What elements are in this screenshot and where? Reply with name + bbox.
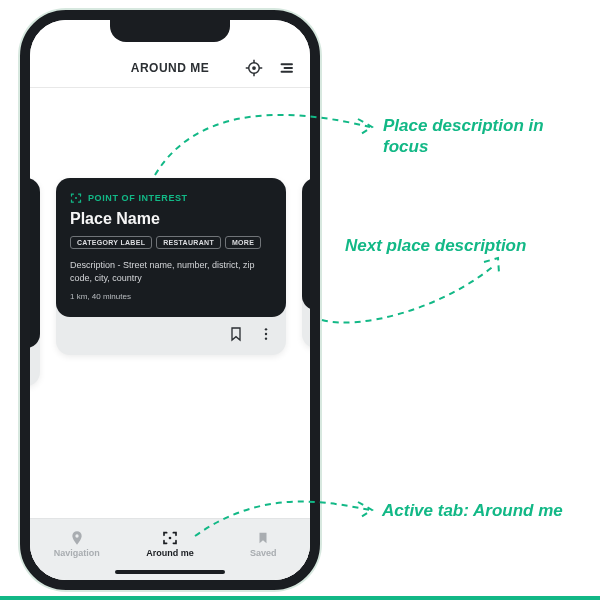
- tab-around-me[interactable]: Around me: [123, 519, 216, 568]
- tab-label: Around me: [146, 548, 194, 558]
- card-carousel[interactable]: POINT OF INTEREST Place Name CATEGORY LA…: [30, 88, 310, 518]
- svg-point-14: [169, 536, 172, 539]
- bookmark-icon: [256, 530, 270, 546]
- header: AROUND ME: [30, 48, 310, 88]
- place-card-next[interactable]: Pl De dis 1 k: [302, 178, 310, 348]
- annotation-active-tab: Active tab: Around me: [382, 500, 563, 521]
- chip[interactable]: CATEGORY LABEL: [70, 236, 152, 249]
- tab-label: Saved: [250, 548, 277, 558]
- svg-point-10: [265, 328, 267, 330]
- menu-button[interactable]: [276, 58, 296, 78]
- more-button[interactable]: [258, 326, 274, 346]
- annotation-next: Next place description: [345, 235, 526, 256]
- screen: AROUND ME: [30, 20, 310, 580]
- place-card-prev[interactable]: [30, 178, 40, 386]
- tab-saved[interactable]: Saved: [217, 519, 310, 568]
- bookmark-button[interactable]: [228, 326, 244, 346]
- place-distance: 1 km, 40 minutes: [70, 292, 272, 301]
- crosshair-icon: [245, 59, 263, 77]
- notch: [110, 20, 230, 42]
- locate-button[interactable]: [244, 58, 264, 78]
- tab-navigation[interactable]: Navigation: [30, 519, 123, 568]
- more-vertical-icon: [258, 326, 274, 342]
- svg-point-11: [265, 333, 267, 335]
- home-indicator: [115, 570, 225, 574]
- place-description: Description - Street name, number, distr…: [70, 259, 272, 284]
- svg-point-12: [265, 338, 267, 340]
- annotation-focus: Place description in focus: [383, 115, 573, 158]
- chip-row: CATEGORY LABEL RESTAURANT MORE: [70, 236, 272, 249]
- svg-point-9: [75, 197, 77, 199]
- poi-category-label: POINT OF INTEREST: [88, 193, 188, 203]
- chip[interactable]: MORE: [225, 236, 261, 249]
- page-title: AROUND ME: [131, 61, 210, 75]
- scan-icon: [70, 192, 82, 204]
- menu-icon: [277, 59, 295, 77]
- svg-point-13: [75, 534, 78, 537]
- phone-frame: AROUND ME: [20, 10, 320, 590]
- bookmark-icon: [228, 326, 244, 342]
- place-name: Place Name: [70, 210, 272, 228]
- chip[interactable]: RESTAURANT: [156, 236, 221, 249]
- tab-label: Navigation: [54, 548, 100, 558]
- scan-icon: [162, 530, 178, 546]
- place-card-focused[interactable]: POINT OF INTEREST Place Name CATEGORY LA…: [56, 178, 286, 355]
- svg-point-1: [252, 66, 256, 70]
- pin-icon: [69, 530, 85, 546]
